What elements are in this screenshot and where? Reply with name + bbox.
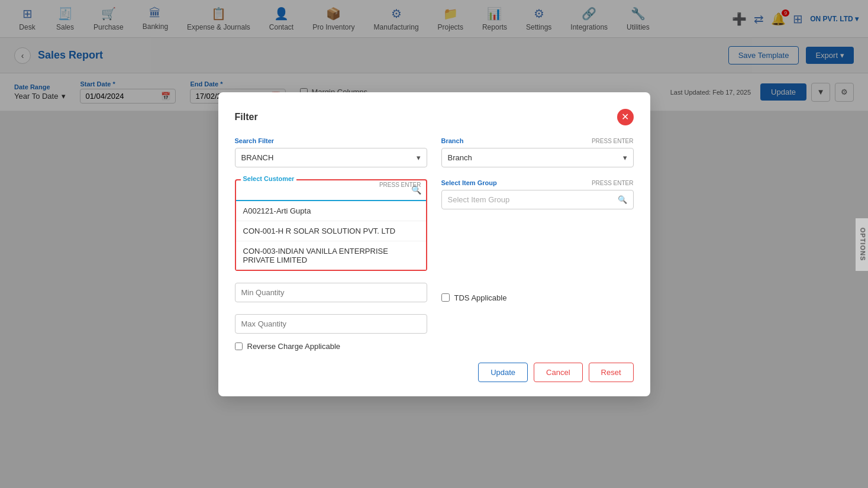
modal-title: Filter: [235, 112, 258, 122]
modal-close-button[interactable]: ✕: [617, 109, 634, 125]
modal-header: Filter ✕: [235, 109, 634, 125]
filter-modal: Filter ✕ Search Filter BRANCH ▾ Branch P…: [218, 92, 650, 135]
